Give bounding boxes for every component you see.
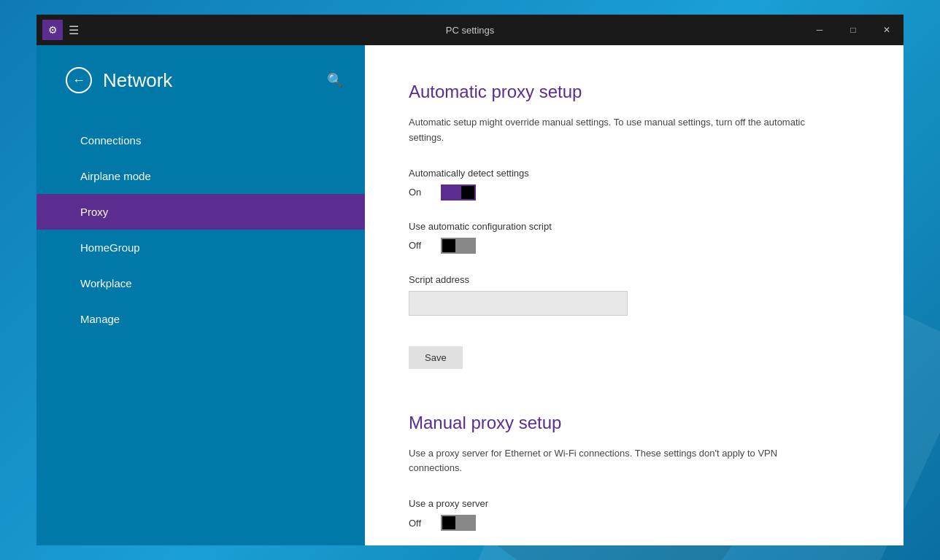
use-proxy-label: Use a proxy server [409, 498, 860, 509]
auto-detect-group: Automatically detect settings On [409, 168, 860, 201]
sidebar-title: Network [103, 69, 172, 92]
window-body: ← Network 🔍 Connections Airplane mode Pr… [36, 45, 904, 545]
use-proxy-group: Use a proxy server Off [409, 498, 860, 531]
auto-config-group: Use automatic configuration script Off [409, 221, 860, 254]
restore-button[interactable]: □ [836, 15, 870, 45]
search-icon[interactable]: 🔍 [327, 72, 343, 88]
auto-proxy-title: Automatic proxy setup [409, 82, 860, 102]
main-panel: Automatic proxy setup Automatic setup mi… [365, 45, 904, 545]
app-title: PC settings [446, 25, 494, 36]
sidebar-item-homegroup[interactable]: HomeGroup [36, 230, 365, 265]
title-bar-left: ⚙ ☰ [36, 20, 79, 40]
sidebar-item-connections[interactable]: Connections [36, 122, 365, 158]
sidebar-item-airplane-mode[interactable]: Airplane mode [36, 158, 365, 194]
auto-proxy-desc: Automatic setup might override manual se… [409, 115, 832, 146]
auto-detect-label: Automatically detect settings [409, 168, 860, 179]
sidebar-nav: Connections Airplane mode Proxy HomeGrou… [36, 122, 365, 337]
toggle-thumb [461, 186, 474, 199]
sidebar-item-proxy[interactable]: Proxy [36, 194, 365, 230]
sidebar-item-manage[interactable]: Manage [36, 301, 365, 337]
auto-detect-state: On [409, 187, 431, 198]
app-window: ⚙ ☰ PC settings ─ □ ✕ ← Network 🔍 Connec… [36, 15, 904, 545]
auto-config-toggle[interactable] [441, 238, 476, 254]
manual-proxy-title: Manual proxy setup [409, 413, 860, 433]
use-proxy-toggle-row: Off [409, 515, 860, 531]
manual-proxy-desc: Use a proxy server for Ethernet or Wi-Fi… [409, 446, 832, 477]
title-bar: ⚙ ☰ PC settings ─ □ ✕ [36, 15, 904, 45]
sidebar-title-group: ← Network [66, 67, 172, 93]
sidebar-item-workplace[interactable]: Workplace [36, 265, 365, 301]
script-address-input[interactable] [409, 291, 628, 316]
gear-icon: ⚙ [42, 20, 63, 40]
close-button[interactable]: ✕ [870, 15, 904, 45]
sidebar-header: ← Network 🔍 [36, 45, 365, 115]
window-controls: ─ □ ✕ [803, 15, 904, 45]
back-button[interactable]: ← [66, 67, 92, 93]
auto-detect-toggle-row: On [409, 184, 860, 201]
auto-config-state: Off [409, 240, 431, 251]
sidebar: ← Network 🔍 Connections Airplane mode Pr… [36, 45, 365, 545]
auto-config-toggle-row: Off [409, 238, 860, 254]
toggle-thumb-3 [442, 516, 455, 529]
script-address-group: Script address [409, 274, 860, 316]
minimize-button[interactable]: ─ [803, 15, 836, 45]
script-address-label: Script address [409, 274, 860, 285]
use-proxy-state: Off [409, 518, 431, 529]
toggle-thumb-2 [442, 239, 455, 252]
auto-detect-toggle[interactable] [441, 184, 476, 201]
hamburger-icon[interactable]: ☰ [69, 23, 79, 37]
use-proxy-toggle[interactable] [441, 515, 476, 531]
save-button[interactable]: Save [409, 346, 463, 369]
auto-config-label: Use automatic configuration script [409, 221, 860, 232]
